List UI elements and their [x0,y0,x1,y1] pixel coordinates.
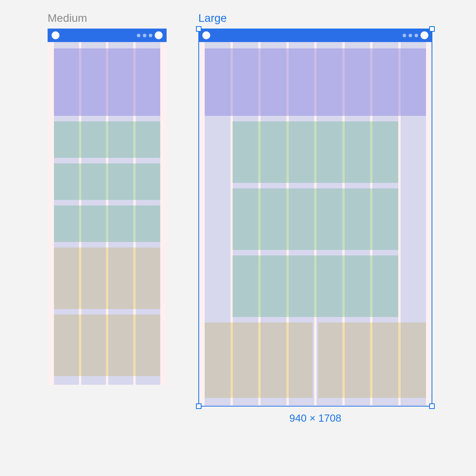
content-row [205,255,426,317]
frame-large[interactable] [198,29,432,407]
body-area [198,42,432,407]
content-block[interactable] [54,205,160,242]
layout-medium-label: Medium [48,12,167,25]
action-circle-icon[interactable] [420,31,428,39]
content-block[interactable] [54,121,160,158]
layout-medium[interactable]: Medium [48,12,167,385]
frame-medium[interactable] [48,29,167,385]
appbar [48,29,167,42]
content-block[interactable] [54,163,160,200]
action-dot-icon[interactable] [143,34,146,37]
hero-block[interactable] [205,48,426,116]
footer-block[interactable] [54,248,160,309]
action-dot-icon[interactable] [137,34,140,37]
content-block[interactable] [232,188,398,250]
footer-block[interactable] [205,322,313,398]
selection-dimensions: 940 × 1708 [198,412,432,424]
action-dot-icon[interactable] [403,34,406,37]
appbar-actions [403,31,428,39]
content-row [205,121,426,183]
content-block[interactable] [232,121,398,183]
content-block[interactable] [232,255,398,317]
layout-large-label: Large [198,12,432,25]
layout-large[interactable]: Large [198,12,432,424]
appbar-actions [137,31,163,39]
avatar-icon[interactable] [52,31,60,39]
action-dot-icon[interactable] [409,34,412,37]
layouts-container: Medium [0,0,476,424]
footer-block[interactable] [318,322,426,398]
avatar-icon[interactable] [202,31,210,39]
content-row [205,188,426,250]
body-area [48,42,167,385]
footer-block[interactable] [54,315,160,376]
action-circle-icon[interactable] [155,31,163,39]
action-dot-icon[interactable] [415,34,418,37]
blocks-stack [198,48,432,398]
blocks-stack [48,48,167,376]
action-dot-icon[interactable] [149,34,152,37]
hero-block[interactable] [54,48,160,116]
appbar [198,29,432,42]
footer-row [205,322,426,398]
